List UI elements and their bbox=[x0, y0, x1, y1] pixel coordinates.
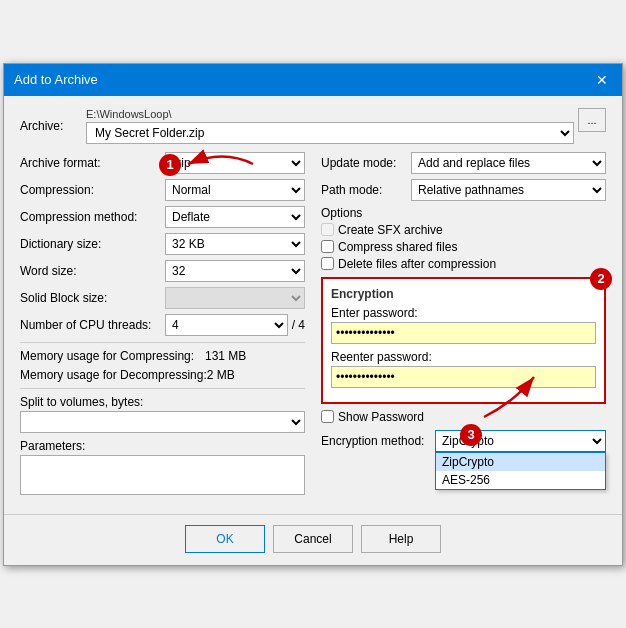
enter-password-label: Enter password: bbox=[331, 306, 596, 320]
browse-button[interactable]: ... bbox=[578, 108, 606, 132]
mem-decompressing-row: Memory usage for Decompressing: 2 MB bbox=[20, 368, 305, 382]
compression-control: Normal Store Fast Maximum bbox=[165, 179, 305, 201]
archive-row: Archive: E:\WindowsLoop\ My Secret Folde… bbox=[20, 108, 606, 144]
compression-method-control: Deflate Store BZip2 bbox=[165, 206, 305, 228]
dialog-body: 1 2 3 bbox=[4, 96, 622, 508]
reenter-password-input[interactable] bbox=[331, 366, 596, 388]
parameters-row: Parameters: bbox=[20, 439, 305, 498]
cpu-threads-select[interactable]: 4 1 2 8 bbox=[165, 314, 288, 336]
left-column: Archive format: .zip .7z .tar Compressio… bbox=[20, 152, 305, 498]
enter-password-input[interactable] bbox=[331, 322, 596, 344]
show-password-label: Show Password bbox=[338, 410, 424, 424]
right-column: Update mode: Add and replace files Updat… bbox=[321, 152, 606, 498]
options-title: Options bbox=[321, 206, 606, 220]
archive-label: Archive: bbox=[20, 119, 80, 133]
dictionary-size-control: 32 KB 4 KB 64 KB bbox=[165, 233, 305, 255]
compression-method-row: Compression method: Deflate Store BZip2 bbox=[20, 206, 305, 228]
parameters-input[interactable] bbox=[20, 455, 305, 495]
mem-decompressing-value: 2 MB bbox=[207, 368, 235, 382]
encryption-box: Encryption Enter password: Reenter passw… bbox=[321, 277, 606, 404]
delete-after-label: Delete files after compression bbox=[338, 257, 496, 271]
compression-method-label: Compression method: bbox=[20, 210, 165, 224]
update-mode-row: Update mode: Add and replace files Updat… bbox=[321, 152, 606, 174]
solid-block-select[interactable] bbox=[165, 287, 305, 309]
solid-block-control bbox=[165, 287, 305, 309]
section-divider-1 bbox=[20, 342, 305, 343]
create-sfx-row: Create SFX archive bbox=[321, 223, 606, 237]
archive-format-label: Archive format: bbox=[20, 156, 165, 170]
archive-path: E:\WindowsLoop\ bbox=[86, 108, 574, 120]
dictionary-size-select[interactable]: 32 KB 4 KB 64 KB bbox=[165, 233, 305, 255]
encryption-option-aes256[interactable]: AES-256 bbox=[436, 471, 605, 489]
cpu-threads-spinbox: 4 1 2 8 / 4 bbox=[165, 314, 305, 336]
create-sfx-label: Create SFX archive bbox=[338, 223, 443, 237]
cancel-button[interactable]: Cancel bbox=[273, 525, 353, 553]
encryption-title: Encryption bbox=[331, 287, 596, 301]
title-bar: Add to Archive ✕ bbox=[4, 64, 622, 96]
add-to-archive-dialog: Add to Archive ✕ 1 2 bbox=[3, 63, 623, 566]
mem-compressing-label: Memory usage for Compressing: bbox=[20, 349, 205, 363]
compression-method-select[interactable]: Deflate Store BZip2 bbox=[165, 206, 305, 228]
path-mode-row: Path mode: Relative pathnames Absolute p… bbox=[321, 179, 606, 201]
encryption-method-row: Encryption method: ZipCrypto AES-256 Zip… bbox=[321, 430, 606, 452]
mem-compressing-row: Memory usage for Compressing: 131 MB bbox=[20, 349, 305, 363]
options-section: Options Create SFX archive Compress shar… bbox=[321, 206, 606, 271]
update-mode-control: Add and replace files Update and add fil… bbox=[411, 152, 606, 174]
word-size-label: Word size: bbox=[20, 264, 165, 278]
cpu-threads-row: Number of CPU threads: 4 1 2 8 / 4 bbox=[20, 314, 305, 336]
cpu-threads-max: / 4 bbox=[292, 318, 305, 332]
update-mode-label: Update mode: bbox=[321, 156, 411, 170]
encryption-method-dropdown-list: ZipCrypto AES-256 bbox=[435, 452, 606, 490]
encryption-method-control: ZipCrypto AES-256 ZipCrypto AES-256 bbox=[435, 430, 606, 452]
path-mode-control: Relative pathnames Absolute pathnames No… bbox=[411, 179, 606, 201]
delete-after-checkbox[interactable] bbox=[321, 257, 334, 270]
dialog-footer: OK Cancel Help bbox=[4, 514, 622, 565]
delete-after-row: Delete files after compression bbox=[321, 257, 606, 271]
path-mode-label: Path mode: bbox=[321, 183, 411, 197]
dictionary-size-label: Dictionary size: bbox=[20, 237, 165, 251]
archive-path-container: E:\WindowsLoop\ My Secret Folder.zip ... bbox=[86, 108, 606, 144]
dialog-title: Add to Archive bbox=[14, 72, 98, 87]
path-mode-select[interactable]: Relative pathnames Absolute pathnames No… bbox=[411, 179, 606, 201]
reenter-password-label: Reenter password: bbox=[331, 350, 596, 364]
show-password-row: Show Password bbox=[321, 410, 606, 424]
mem-compressing-value: 131 MB bbox=[205, 349, 246, 363]
compression-label: Compression: bbox=[20, 183, 165, 197]
parameters-label: Parameters: bbox=[20, 439, 305, 453]
cpu-threads-label: Number of CPU threads: bbox=[20, 318, 165, 332]
solid-block-label: Solid Block size: bbox=[20, 291, 165, 305]
compress-shared-label: Compress shared files bbox=[338, 240, 457, 254]
compress-shared-row: Compress shared files bbox=[321, 240, 606, 254]
cpu-threads-control: 4 1 2 8 / 4 bbox=[165, 314, 305, 336]
archive-filename-select[interactable]: My Secret Folder.zip bbox=[86, 122, 574, 144]
archive-format-row: Archive format: .zip .7z .tar bbox=[20, 152, 305, 174]
archive-format-control: .zip .7z .tar bbox=[165, 152, 305, 174]
ok-button[interactable]: OK bbox=[185, 525, 265, 553]
show-password-checkbox[interactable] bbox=[321, 410, 334, 423]
archive-format-select[interactable]: .zip .7z .tar bbox=[165, 152, 305, 174]
encryption-option-zipcrypto[interactable]: ZipCrypto bbox=[436, 453, 605, 471]
split-volumes-row: Split to volumes, bytes: bbox=[20, 395, 305, 433]
help-button[interactable]: Help bbox=[361, 525, 441, 553]
compression-row: Compression: Normal Store Fast Maximum bbox=[20, 179, 305, 201]
word-size-row: Word size: 32 16 64 bbox=[20, 260, 305, 282]
word-size-select[interactable]: 32 16 64 bbox=[165, 260, 305, 282]
dictionary-size-row: Dictionary size: 32 KB 4 KB 64 KB bbox=[20, 233, 305, 255]
compress-shared-checkbox[interactable] bbox=[321, 240, 334, 253]
close-button[interactable]: ✕ bbox=[592, 70, 612, 90]
encryption-method-label: Encryption method: bbox=[321, 434, 431, 448]
compression-select[interactable]: Normal Store Fast Maximum bbox=[165, 179, 305, 201]
mem-decompressing-label: Memory usage for Decompressing: bbox=[20, 368, 207, 382]
main-columns: Archive format: .zip .7z .tar Compressio… bbox=[20, 152, 606, 498]
create-sfx-checkbox[interactable] bbox=[321, 223, 334, 236]
update-mode-select[interactable]: Add and replace files Update and add fil… bbox=[411, 152, 606, 174]
split-volumes-label: Split to volumes, bytes: bbox=[20, 395, 305, 409]
split-volumes-select[interactable] bbox=[20, 411, 305, 433]
encryption-method-select[interactable]: ZipCrypto AES-256 bbox=[435, 430, 606, 452]
solid-block-row: Solid Block size: bbox=[20, 287, 305, 309]
section-divider-2 bbox=[20, 388, 305, 389]
word-size-control: 32 16 64 bbox=[165, 260, 305, 282]
